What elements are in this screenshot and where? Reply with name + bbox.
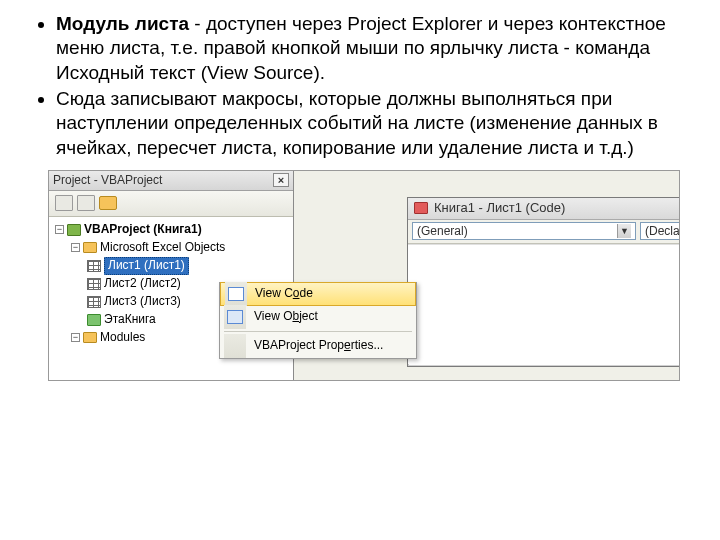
folder-icon (83, 242, 97, 253)
project-explorer-toolbar (49, 191, 293, 217)
tree-sheet1[interactable]: Лист1 (Лист1) (53, 257, 289, 275)
close-button[interactable]: × (273, 173, 289, 187)
code-window-dropdowns: (General) ▼ (Declara (408, 220, 680, 244)
worksheet-icon (87, 278, 101, 290)
worksheet-icon (87, 260, 101, 272)
menu-view-object-label: View Object (254, 309, 406, 324)
code-window-title: Книга1 - Лист1 (Code) (434, 200, 565, 217)
bullet-2: Сюда записывают макросы, которые должны … (56, 87, 696, 160)
screenshot-vba-editor: Project - VBAProject × − VBAProject (Кни… (48, 170, 680, 381)
tree-thisworkbook-label: ЭтаКнига (104, 312, 156, 327)
view-object-icon[interactable] (77, 195, 95, 211)
code-window-icon (414, 202, 428, 214)
menu-view-object[interactable]: View Object (220, 305, 416, 329)
tree-sheet2-label: Лист2 (Лист2) (104, 276, 181, 291)
tree-sheet3-label: Лист3 (Лист3) (104, 294, 181, 309)
tree-folder-modules-label: Modules (100, 330, 145, 345)
tree-folder-objects[interactable]: − Microsoft Excel Objects (53, 239, 289, 257)
code-window-titlebar: Книга1 - Лист1 (Code) (408, 198, 680, 220)
view-code-icon[interactable] (55, 195, 73, 211)
context-menu: View Code View Object VBAProject Propert… (219, 282, 417, 359)
bullet-1: Модуль листа - доступен через Project Ex… (56, 12, 696, 85)
menu-view-code[interactable]: View Code (220, 282, 416, 306)
code-window: Книга1 - Лист1 (Code) (General) ▼ (Decla… (407, 197, 680, 367)
menu-props-label: VBAProject Properties... (254, 338, 406, 353)
code-icon (228, 287, 244, 301)
project-explorer-titlebar: Project - VBAProject × (49, 171, 293, 191)
expand-icon[interactable]: − (71, 243, 80, 252)
workbook-icon (87, 314, 101, 326)
expand-icon[interactable]: − (71, 333, 80, 342)
bullet-1-strong: Модуль листа (56, 13, 189, 34)
menu-view-code-label: View Code (255, 286, 405, 301)
tree-project-label: VBAProject (Книга1) (84, 222, 202, 237)
folder-icon (83, 332, 97, 343)
chevron-down-icon: ▼ (617, 224, 631, 238)
tree-project-root[interactable]: − VBAProject (Книга1) (53, 221, 289, 239)
procedure-dropdown-value: (Declara (645, 224, 680, 239)
expand-icon[interactable]: − (55, 225, 64, 234)
project-icon (67, 224, 81, 236)
procedure-dropdown[interactable]: (Declara (640, 222, 680, 240)
object-icon (227, 310, 243, 324)
project-explorer-title: Project - VBAProject (53, 173, 162, 188)
code-editor-area[interactable] (408, 244, 680, 364)
menu-separator (224, 331, 412, 332)
tree-folder-label: Microsoft Excel Objects (100, 240, 225, 255)
tree-sheet1-label: Лист1 (Лист1) (104, 257, 189, 274)
object-dropdown[interactable]: (General) ▼ (412, 222, 636, 240)
slide-bullets: Модуль листа - доступен через Project Ex… (24, 12, 696, 160)
object-dropdown-value: (General) (417, 224, 468, 239)
worksheet-icon (87, 296, 101, 308)
menu-vbaproject-properties[interactable]: VBAProject Properties... (220, 334, 416, 358)
toggle-folders-icon[interactable] (99, 196, 117, 210)
